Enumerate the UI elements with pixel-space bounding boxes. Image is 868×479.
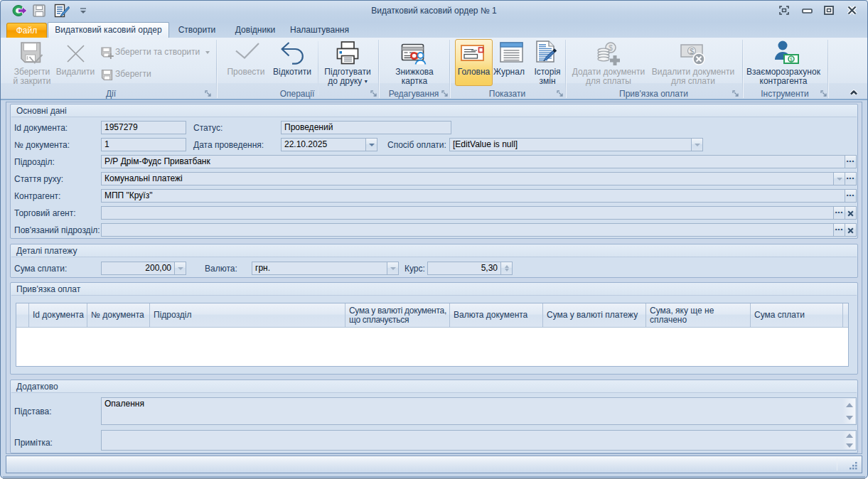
- svg-text:$: $: [790, 57, 793, 62]
- svg-text:$: $: [690, 47, 694, 55]
